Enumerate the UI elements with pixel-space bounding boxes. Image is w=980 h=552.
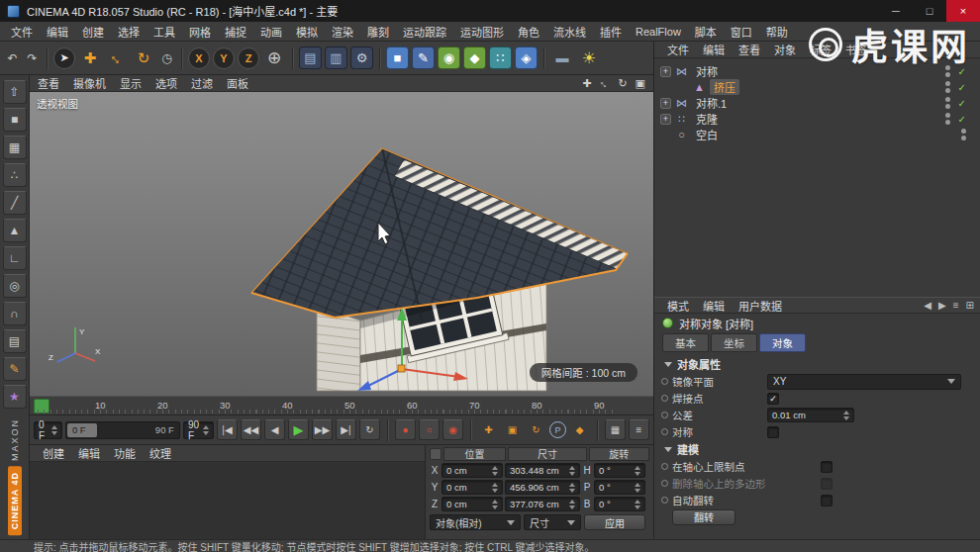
history-forward-icon[interactable]: ▶: [938, 300, 946, 311]
frame-spinner[interactable]: [48, 422, 57, 438]
lock-z-axis[interactable]: Z: [238, 47, 259, 69]
viewport-solo-button[interactable]: ◎: [3, 274, 27, 298]
lock-x-axis[interactable]: X: [188, 47, 210, 69]
material-menu-edit[interactable]: 编辑: [71, 445, 107, 461]
collapse-arrow-icon[interactable]: [664, 362, 672, 371]
object-label[interactable]: 对称.1: [692, 95, 731, 111]
texture-mode-button[interactable]: ▦: [3, 136, 27, 159]
workplane-button[interactable]: ▤: [3, 329, 27, 353]
delete-polygons-checkbox[interactable]: [821, 478, 833, 490]
viewport-menu-panel[interactable]: 面板: [227, 75, 256, 91]
viewport-menu-cameras[interactable]: 摄像机: [73, 75, 114, 91]
color-button[interactable]: ★: [3, 385, 27, 409]
enable-check-icon[interactable]: ✓: [958, 114, 966, 125]
rotation-p-field[interactable]: 0 °: [594, 480, 645, 495]
viewport-menu-view[interactable]: 查看: [38, 75, 67, 91]
polygon-mode-button[interactable]: ▲: [3, 219, 27, 242]
spinner[interactable]: [839, 408, 849, 423]
environment-button[interactable]: ▬: [549, 46, 575, 71]
render-picture-viewer-button[interactable]: ▥: [325, 46, 347, 69]
expand-icon[interactable]: +: [660, 98, 671, 109]
prev-frame-button[interactable]: ◀: [264, 419, 285, 440]
om-menu-objects[interactable]: 对象: [767, 42, 803, 57]
rotation-b-field[interactable]: 0 °: [594, 497, 645, 511]
enable-check-icon[interactable]: ✓: [958, 82, 966, 93]
pan-view-icon[interactable]: ✚: [582, 77, 591, 90]
menu-script[interactable]: 脚本: [688, 24, 724, 40]
snap-button[interactable]: ∩: [3, 302, 27, 325]
spinner[interactable]: [631, 463, 640, 479]
paint-button[interactable]: ✎: [3, 357, 27, 381]
position-x-field[interactable]: 0 cm: [441, 463, 503, 478]
autokey-button[interactable]: ○: [419, 419, 440, 440]
spinner[interactable]: [488, 463, 498, 479]
viewport-menu-filter[interactable]: 过滤: [191, 75, 221, 91]
quantize-menu-button[interactable]: ≡: [629, 419, 649, 440]
visibility-dots[interactable]: [945, 97, 950, 109]
panel-menu-icon[interactable]: ≡: [953, 300, 959, 311]
object-label-selected[interactable]: 挤压: [710, 79, 739, 95]
size-x-field[interactable]: 303.448 cm: [505, 463, 580, 478]
deformers-button[interactable]: ◈: [515, 46, 538, 69]
expand-icon[interactable]: +: [660, 114, 671, 125]
om-menu-file[interactable]: 文件: [660, 42, 696, 57]
size-mode-dropdown[interactable]: 尺寸: [524, 514, 581, 530]
spinner[interactable]: [565, 463, 575, 479]
panel-layout-icon[interactable]: ⊞: [966, 300, 974, 311]
tab-coordinates[interactable]: 坐标: [711, 333, 757, 352]
redo-button[interactable]: ↷: [23, 46, 42, 71]
goto-end-button[interactable]: ▶|: [336, 419, 356, 440]
viewport-canvas[interactable]: Y X Z: [30, 92, 653, 396]
menu-render[interactable]: 渲染: [325, 24, 360, 40]
coordinate-system-toggle[interactable]: ⊕: [261, 46, 287, 71]
menu-mograph[interactable]: 运动图形: [453, 24, 511, 40]
record-rotation-toggle[interactable]: ↻: [526, 419, 546, 440]
size-z-field[interactable]: 377.076 cm: [505, 497, 580, 511]
weld-points-checkbox[interactable]: ✓: [767, 393, 779, 405]
orbit-view-icon[interactable]: ↻: [618, 77, 627, 90]
material-list-area[interactable]: [30, 462, 425, 539]
menu-plugins[interactable]: 插件: [593, 24, 629, 40]
frame-spinner[interactable]: [199, 422, 209, 438]
rotate-tool[interactable]: ↻: [131, 46, 156, 71]
material-menu-function[interactable]: 功能: [107, 445, 143, 461]
goto-start-button[interactable]: |◀: [217, 419, 238, 440]
timeline-ruler[interactable]: 10 20 30 40 50 60 70 80 90: [30, 396, 653, 415]
record-pla-toggle[interactable]: ◆: [569, 419, 590, 440]
frame-range-slider[interactable]: 0 F 90 F: [65, 421, 180, 439]
om-menu-edit[interactable]: 编辑: [696, 42, 732, 57]
position-z-field[interactable]: 0 cm: [441, 497, 503, 511]
visibility-dots[interactable]: [945, 81, 950, 93]
restrict-points-checkbox[interactable]: [821, 461, 833, 473]
flip-button[interactable]: 翻转: [672, 509, 735, 525]
size-y-field[interactable]: 456.906 cm: [505, 480, 580, 495]
tolerance-field[interactable]: 0.01 cm: [767, 408, 854, 422]
light-button[interactable]: ☀: [576, 46, 602, 71]
next-key-button[interactable]: ▶▶: [312, 419, 333, 440]
render-settings-button[interactable]: ⚙: [350, 46, 373, 69]
lock-y-axis[interactable]: Y: [213, 47, 235, 69]
maximize-view-icon[interactable]: ▣: [636, 77, 645, 90]
record-position-toggle[interactable]: ✚: [478, 419, 499, 440]
record-parameter-toggle[interactable]: P: [549, 421, 566, 438]
menu-edit[interactable]: 编辑: [40, 24, 75, 40]
model-mode-button[interactable]: ■: [3, 108, 27, 132]
menu-create[interactable]: 创建: [75, 24, 111, 40]
expand-icon[interactable]: +: [660, 66, 671, 77]
play-button[interactable]: ▶: [288, 419, 309, 440]
generators-button[interactable]: ◆: [463, 46, 486, 69]
object-label[interactable]: 克隆: [692, 111, 722, 127]
menu-simulate[interactable]: 模拟: [289, 24, 325, 40]
axis-mode-button[interactable]: ∟: [3, 246, 27, 270]
rotation-h-field[interactable]: 0 °: [594, 463, 645, 478]
tab-basic[interactable]: 基本: [662, 333, 709, 352]
timeline-snap-button[interactable]: ▦: [605, 419, 626, 440]
auto-flip-checkbox[interactable]: [821, 495, 833, 506]
spinner[interactable]: [631, 497, 640, 512]
am-menu-mode[interactable]: 模式: [660, 298, 696, 314]
move-tool[interactable]: ✚: [77, 46, 103, 71]
spinner[interactable]: [565, 480, 575, 496]
menu-mesh[interactable]: 网格: [182, 24, 218, 40]
make-editable-button[interactable]: ⇧: [3, 80, 27, 104]
object-row-symmetry-1[interactable]: + ⋈ 对称.1 ✓: [654, 95, 980, 111]
